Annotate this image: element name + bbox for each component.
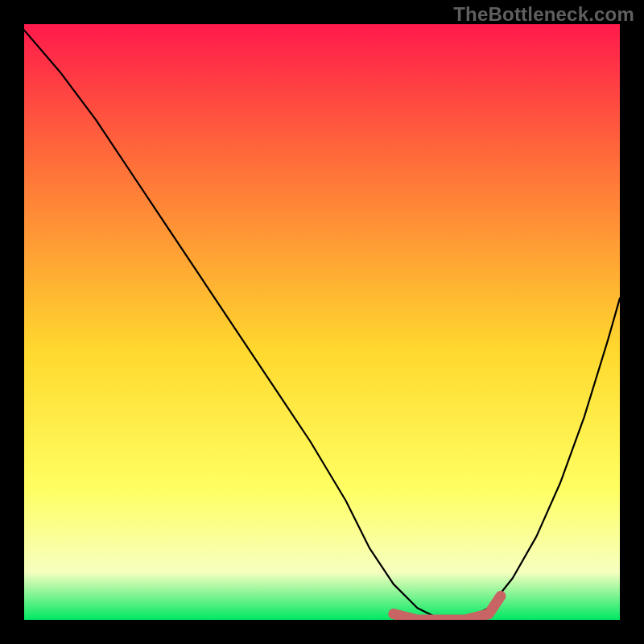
chart-svg [24,24,620,620]
gradient-background [24,24,620,620]
plot-area [24,24,620,620]
watermark-text: TheBottleneck.com [453,3,634,26]
chart-frame: TheBottleneck.com [0,0,644,644]
